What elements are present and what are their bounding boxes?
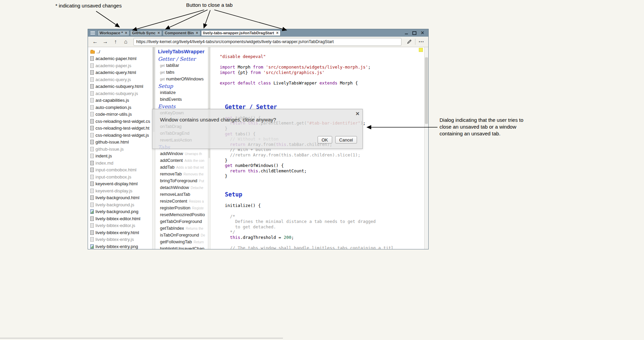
file-item[interactable]: academic-subquery.html [88,83,152,90]
outline-method[interactable]: getFollowingTabReturn [158,239,208,246]
file-item[interactable]: css-reloading-test-widget.js [88,132,152,139]
outline-method[interactable]: resizeContentResizes a [158,199,208,205]
window-titlebar[interactable]: Workspace *×GitHub Sync×Component Bin×li… [88,29,428,37]
method-name: addWindow [160,151,183,156]
method-hint: Adds a tab that ret [176,166,204,169]
menu-icon[interactable] [90,31,95,35]
outline-method[interactable]: bindEvents [158,97,208,103]
js-file-icon [90,237,94,242]
md-file-icon [90,161,94,165]
file-item[interactable]: lively-bibtex-entry.js [88,236,152,243]
tab-close-icon[interactable]: × [196,31,198,35]
annotation-dialog-note: Dialog indicating that the user tries to… [440,117,529,137]
outline-method[interactable]: bringToForegroundPut [158,178,208,185]
code-scrollbar[interactable] [424,47,428,249]
file-item[interactable]: input-combobox.js [88,173,152,181]
method-name: getTabIndex [160,226,184,231]
file-item[interactable]: lively-background.png [88,208,152,215]
outline-method[interactable]: addWindowUnwraps th [158,151,208,158]
maximize-button[interactable] [412,31,417,35]
outline-method[interactable]: addContentAdds the con [158,158,208,165]
cancel-button[interactable]: Cancel [335,136,357,144]
outline-method[interactable]: getTabIndexReturns the [158,226,208,232]
file-item[interactable]: css-reloading-test-widget.ht [88,125,152,132]
window-close-button[interactable]: × [420,31,425,35]
dialog-close-icon[interactable]: × [356,110,359,117]
forward-icon[interactable]: → [101,39,110,44]
tab-lively-tabs-wrapper-js-ontabdragstart[interactable]: lively-tabs-wrapper.js#onTabDragStart× [201,30,281,36]
file-name: academic-subquery.js [95,91,138,96]
file-item[interactable]: lively-bibtex-editor.js [88,222,152,229]
file-item[interactable]: keyevent-display.html [88,181,152,188]
tab-github-sync[interactable]: GitHub Sync× [130,30,162,36]
file-name: lively-background.js [95,202,134,207]
outline-method[interactable]: getTabOnForeground [158,219,208,226]
navigation-bar: ← → ↑ ⌂ ⋯ [88,37,428,47]
outline-method[interactable]: getnumberOfWindows [158,76,208,83]
file-name: keyevent-display.js [95,188,132,193]
folder-icon [90,51,95,54]
outline-method[interactable]: removeLastTab [158,192,208,199]
js-file-icon [90,175,94,179]
code-line: import Morph from 'src/components/widget… [220,64,424,70]
file-item[interactable]: indent.js [88,153,152,160]
method-name: resetMemoziredPositio [160,212,205,217]
outline-method[interactable]: registerPositionRegiste [158,205,208,212]
file-item[interactable]: lively-background.html [88,194,152,202]
js-file-icon [90,154,94,158]
tab-close-icon[interactable]: × [276,31,279,35]
file-item[interactable]: ast-capabilities.js [88,97,152,104]
tab-close-icon[interactable]: × [125,31,127,35]
ok-button[interactable]: OK [318,136,332,144]
file-item[interactable]: lively-bibtex-editor.html [88,215,152,222]
edit-icon[interactable] [405,39,414,44]
file-item[interactable]: academic-paper.js [88,62,152,69]
file-item[interactable]: index.md [88,159,152,167]
outline-method[interactable]: addTabAdds a tab that ret [158,165,208,171]
outline-method[interactable]: detachWindowDetache [158,185,208,192]
up-icon[interactable]: ↑ [111,39,120,44]
outline-method[interactable]: gettabBar [158,63,208,70]
tab-workspace[interactable]: Workspace *× [97,30,129,36]
code-line: } [220,158,424,163]
tab-close-icon[interactable]: × [158,31,160,35]
file-item[interactable]: keyevent-display.js [88,187,152,194]
file-item[interactable]: academic-query.html [88,69,152,76]
more-icon[interactable]: ⋯ [417,39,426,44]
file-name: lively-bibtex-editor.js [95,223,135,228]
scrollbar-thumb[interactable] [425,57,428,124]
url-input[interactable] [133,38,401,46]
outline-method[interactable]: highlightUnsavedChan [158,246,208,249]
file-item[interactable]: lively-bibtex-entry.png [88,243,152,249]
outline-method[interactable]: isTabOnForegroundDe [158,232,208,239]
file-item[interactable]: auto-completion.js [88,104,152,111]
outline-section[interactable]: Setup [158,83,208,90]
outline-method[interactable]: gettabs [158,70,208,76]
tab-component-bin[interactable]: Component Bin× [163,30,200,36]
minimize-button[interactable] [404,31,409,35]
html-file-icon [90,182,94,186]
file-item[interactable]: lively-bibtex-entry.html [88,229,152,236]
file-item[interactable]: code-mirror-utils.js [88,111,152,118]
file-item[interactable]: input-combobox.html [88,167,152,174]
outline-method[interactable]: resetMemoziredPositio [158,212,208,219]
method-hint: Registe [192,206,204,210]
file-item[interactable]: css-reloading-test-widget.cs [88,118,152,125]
file-item[interactable]: academic-paper.html [88,55,152,62]
file-item[interactable]: github-issue.html [88,139,152,146]
file-item[interactable]: academic-subquery.js [88,90,152,97]
js-file-icon [90,105,94,110]
code-line: to get detached. [220,224,424,230]
file-name: code-mirror-utils.js [95,112,132,117]
arrow-close-tab-1 [132,10,204,30]
file-item[interactable]: github-issue.js [88,146,152,153]
back-icon[interactable]: ← [91,39,100,44]
outline-section[interactable]: Getter / Setter [158,56,208,63]
outline-method[interactable]: removeTabRemoves the [158,171,208,178]
file-item[interactable]: academic-query.js [88,76,152,83]
home-icon[interactable]: ⌂ [121,39,130,44]
window-controls: × [404,31,425,35]
file-item[interactable]: lively-background.js [88,201,152,208]
outline-method[interactable]: initialize [158,90,208,97]
file-item[interactable]: ../ [88,48,152,55]
